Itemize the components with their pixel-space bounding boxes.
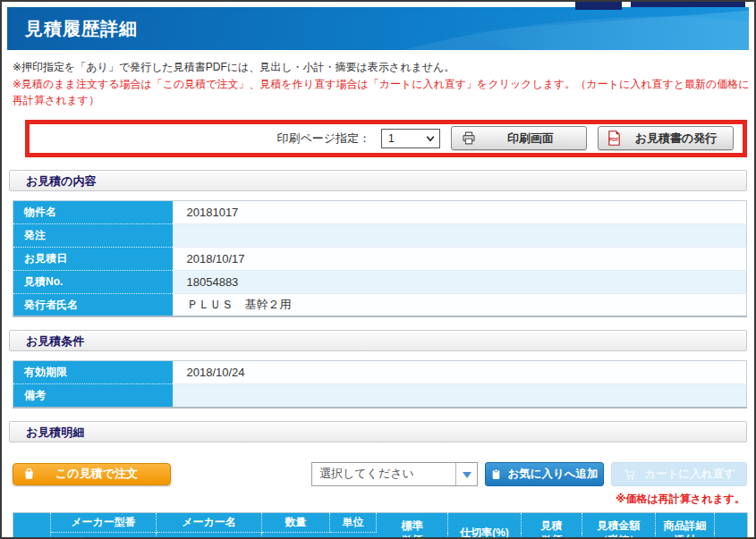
field-label: 発行者氏名 [13,293,173,316]
col-header-quote-price: 見積 単価 [522,512,582,539]
col-header-maker-name: メーカー名 [157,512,262,533]
table-row: 発行者氏名 ＰＬＵＳ 基幹２用 [13,293,747,316]
section-header-quote-conditions: お見積条件 [9,330,747,351]
quote-content-table: 物件名 20181017 発注 お見積日 2018/10/17 見積No. 18… [13,200,747,318]
table-row: 見積No. 18054883 [13,270,747,293]
section-header-quote-details: お見積明細 [9,421,747,442]
field-value: 2018/10/17 [173,247,747,270]
table-row: 発注 [13,223,747,247]
col-header-jan-code: JANコード [157,533,262,539]
shopping-bag-icon [22,467,36,481]
field-value: 20181017 [173,200,747,223]
table-row: 備考 [13,384,747,408]
page-title: 見積履歴詳細 [7,7,749,50]
triangle-down-icon [455,463,477,485]
chevron-down-icon [425,133,436,144]
col-header-std-price: 標準 単価 [377,512,448,539]
print-page-select[interactable]: 1 [381,129,440,148]
add-to-favorites-button-label: お気に入りへ追加 [507,467,598,482]
print-page-select-value: 1 [388,132,395,145]
field-value [173,223,747,247]
field-label: 見積No. [13,270,173,293]
clipboard-icon [490,467,502,481]
col-header-unit: 単位 [330,512,377,533]
return-to-cart-button[interactable]: カートに入れ直す [611,462,747,486]
svg-text:PDF: PDF [609,137,619,142]
page-container: 見積履歴詳細 ※押印指定を「あり」で発行した見積書PDFには、見出し・小計・摘要… [0,0,756,539]
col-header-order: 発注 [715,512,748,539]
col-header-quote-amount: 見積金額 （税抜） [582,512,656,539]
col-header-product-code: 商品コード [51,533,157,539]
return-to-cart-button-label: カートに入れ直す [644,467,735,482]
col-header-delivery: 納期 [262,533,377,539]
table-row: 有効期限 2018/10/24 [13,361,747,384]
print-page-label: 印刷ページ指定： [276,131,370,147]
add-to-favorites-button[interactable]: お気に入りへ追加 [485,462,604,486]
field-value [173,384,747,408]
col-header-qty: 数量 [262,512,330,533]
field-label: 発注 [13,223,173,247]
quote-details-table: No. メーカー型番 メーカー名 数量 単位 標準 単価 仕切率(%) 見積 単… [13,512,748,539]
favorite-select[interactable]: 選択してください [311,462,478,486]
table-row: 物件名 20181017 [13,200,747,223]
pdf-icon: PDF [607,131,621,146]
print-screen-button-label: 印刷画面 [480,131,586,147]
field-value: 18054883 [173,270,747,293]
order-note: ※見積のまま注文する場合は「この見積で注文」、見積を作り直す場合は「カートに入れ… [13,76,754,109]
price-recalc-note: ※価格は再計算されます。 [13,492,747,507]
favorite-select-value: 選択してください [312,466,455,482]
details-actions: この見積で注文 選択してください お気に入りへ追加 [13,462,747,486]
printer-icon [461,131,477,146]
col-header-product-detail: 商品詳細 添付 [656,512,715,539]
field-label: 有効期限 [13,361,173,384]
quote-conditions-table: 有効期限 2018/10/24 備考 [13,360,747,408]
col-header-maker-model: メーカー型番 [51,512,157,533]
section-header-quote-content: お見積の内容 [9,170,747,191]
table-row: お見積日 2018/10/17 [13,247,747,270]
col-header-rate: 仕切率(%) [448,512,522,539]
order-with-quote-button-label: この見積で注文 [36,466,170,482]
field-value: ＰＬＵＳ 基幹２用 [173,293,747,316]
order-with-quote-button[interactable]: この見積で注文 [13,463,171,485]
issue-quote-pdf-button[interactable]: PDF お見積書の発行 [598,126,734,150]
col-header-no: No. [13,512,51,539]
field-label: 備考 [13,384,173,408]
cart-icon [623,467,637,481]
field-value: 2018/10/24 [173,361,747,384]
stamp-note: ※押印指定を「あり」で発行した見積書PDFには、見出し・小計・摘要は表示されませ… [13,59,754,76]
page-header: 見積履歴詳細 [7,7,749,50]
notes-block: ※押印指定を「あり」で発行した見積書PDFには、見出し・小計・摘要は表示されませ… [13,59,754,109]
issue-quote-pdf-button-label: お見積書の発行 [624,131,733,147]
field-label: 物件名 [13,200,173,223]
print-screen-button[interactable]: 印刷画面 [451,126,587,150]
print-toolbar: 印刷ページ指定： 1 印刷画面 PDF [25,120,747,157]
field-label: お見積日 [13,247,173,270]
